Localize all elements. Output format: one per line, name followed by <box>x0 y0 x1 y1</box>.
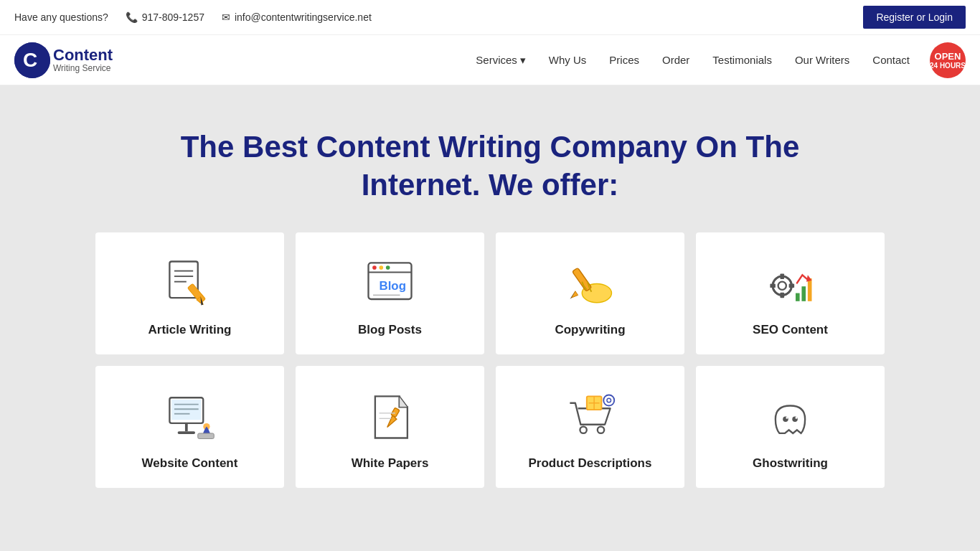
email-address: info@contentwritingservice.net <box>235 11 372 23</box>
website-content-icon <box>161 387 219 445</box>
phone-icon: 📞 <box>126 11 138 23</box>
svg-point-12 <box>380 265 384 270</box>
service-card-seo-content[interactable]: SEO Content <box>696 232 885 354</box>
article-writing-label: Article Writing <box>149 323 232 337</box>
nav-link-testimonials[interactable]: Testimonials <box>704 48 781 72</box>
nav-link-why-us[interactable]: Why Us <box>540 48 595 72</box>
dropdown-arrow-icon: ▾ <box>520 54 526 67</box>
phone-number: 917-809-1257 <box>142 11 204 23</box>
logo-text-block: Content Writing Service <box>53 47 113 73</box>
svg-rect-17 <box>573 268 592 291</box>
svg-rect-28 <box>808 278 812 301</box>
logo-svg: C <box>14 42 50 78</box>
nav-link-contact[interactable]: Contact <box>864 48 918 72</box>
svg-point-54 <box>786 416 788 418</box>
svg-point-21 <box>778 281 786 289</box>
svg-point-55 <box>796 416 798 418</box>
ghostwriting-label: Ghostwriting <box>753 456 828 471</box>
open-hours: 24 HOURS <box>930 62 966 70</box>
mail-icon: ✉ <box>222 11 230 23</box>
service-card-copywriting[interactable]: Copywriting <box>496 232 684 354</box>
svg-point-50 <box>603 395 614 405</box>
main-content: The Best Content Writing Company On The … <box>0 85 980 545</box>
nav-link-order[interactable]: Order <box>654 48 698 72</box>
svg-text:C: C <box>23 49 37 71</box>
service-card-article-writing[interactable]: Article Writing <box>95 232 284 354</box>
logo-content-word: Content <box>53 47 113 64</box>
seo-content-icon <box>762 254 819 311</box>
service-card-ghostwriting[interactable]: Ghostwriting <box>696 366 885 488</box>
services-dropdown[interactable]: Services ▾ <box>467 48 534 72</box>
hero-title: The Best Content Writing Company On The … <box>167 128 813 204</box>
service-card-product-descriptions[interactable]: Product Descriptions <box>496 366 684 488</box>
service-card-website-content[interactable]: Website Content <box>95 366 284 488</box>
register-login-button[interactable]: Register or Login <box>863 6 966 29</box>
product-descriptions-label: Product Descriptions <box>529 456 652 471</box>
logo-writing-service: Writing Service <box>53 64 113 73</box>
service-card-blog-posts[interactable]: Blog Blog Posts <box>296 232 484 354</box>
svg-point-13 <box>386 265 390 270</box>
svg-rect-39 <box>198 433 215 438</box>
phone-contact: 📞 917-809-1257 <box>126 11 204 23</box>
blog-posts-label: Blog Posts <box>358 323 422 337</box>
svg-point-51 <box>607 398 611 402</box>
logo[interactable]: C Content Writing Service <box>14 42 113 78</box>
nav-link-our-writers[interactable]: Our Writers <box>786 48 858 72</box>
email-contact: ✉ info@contentwritingservice.net <box>222 11 372 23</box>
svg-rect-27 <box>801 286 806 301</box>
footer-area <box>0 545 980 551</box>
svg-point-30 <box>773 276 791 295</box>
ghostwriting-icon <box>762 387 819 445</box>
question-text: Have any questions? <box>14 11 108 23</box>
copywriting-icon <box>562 254 619 311</box>
nav-link-prices[interactable]: Prices <box>600 48 648 72</box>
svg-marker-41 <box>400 396 407 407</box>
svg-rect-37 <box>178 431 195 434</box>
logo-icon: C <box>14 42 50 78</box>
svg-rect-36 <box>185 423 188 430</box>
blog-posts-icon: Blog <box>362 254 419 311</box>
service-card-white-papers[interactable]: White Papers <box>296 366 484 488</box>
white-papers-icon <box>362 387 419 445</box>
svg-point-45 <box>580 426 586 433</box>
top-bar-left: Have any questions? 📞 917-809-1257 ✉ inf… <box>14 11 372 23</box>
svg-point-46 <box>598 426 604 433</box>
svg-text:Blog: Blog <box>380 278 406 292</box>
svg-rect-26 <box>796 293 800 301</box>
top-bar-right: Register or Login <box>863 6 966 29</box>
main-nav: C Content Writing Service Services ▾ Why… <box>0 35 980 85</box>
svg-point-11 <box>372 265 377 270</box>
product-descriptions-icon <box>562 387 619 445</box>
top-bar: Have any questions? 📞 917-809-1257 ✉ inf… <box>0 0 980 35</box>
open-label: OPEN <box>935 51 961 62</box>
nav-links: Services ▾ Why Us Prices Order Testimoni… <box>467 42 966 78</box>
services-button[interactable]: Services ▾ <box>467 48 534 72</box>
seo-content-label: SEO Content <box>753 323 828 337</box>
svg-rect-6 <box>187 283 205 303</box>
white-papers-label: White Papers <box>352 456 429 471</box>
services-grid: Article Writing Blog Blog Posts <box>95 232 885 488</box>
open-badge: OPEN 24 HOURS <box>930 42 966 78</box>
copywriting-label: Copywriting <box>555 323 625 337</box>
article-writing-icon <box>161 254 219 311</box>
website-content-label: Website Content <box>142 456 238 471</box>
services-label: Services <box>476 54 517 66</box>
